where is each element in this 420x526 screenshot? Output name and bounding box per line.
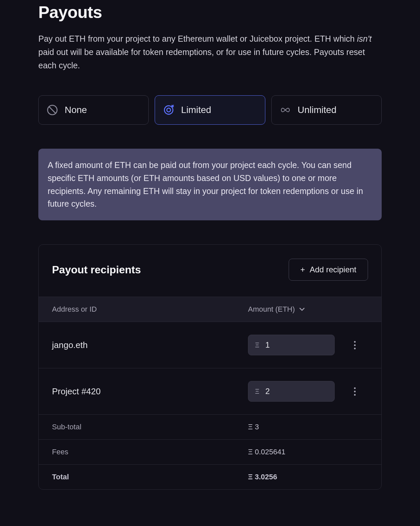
add-recipient-button[interactable]: + Add recipient bbox=[289, 259, 368, 281]
option-none-label: None bbox=[65, 105, 87, 115]
col-address-label: Address or ID bbox=[52, 305, 248, 314]
fees-label: Fees bbox=[52, 448, 248, 456]
add-recipient-label: Add recipient bbox=[310, 265, 356, 274]
recipient-name: Project #420 bbox=[52, 386, 248, 397]
svg-point-3 bbox=[167, 108, 171, 112]
recipient-name: jango.eth bbox=[52, 340, 248, 350]
infinity-icon bbox=[280, 104, 291, 116]
page-title: Payouts bbox=[38, 0, 382, 22]
info-box: A fixed amount of ETH can be paid out fr… bbox=[38, 149, 382, 220]
option-unlimited-label: Unlimited bbox=[298, 105, 337, 115]
page-description: Pay out ETH from your project to any Eth… bbox=[38, 32, 382, 72]
option-limited-label: Limited bbox=[181, 105, 211, 115]
option-unlimited[interactable]: Unlimited bbox=[271, 95, 382, 125]
target-icon bbox=[163, 104, 174, 116]
eth-symbol-icon: Ξ bbox=[255, 388, 259, 395]
option-limited[interactable]: Limited bbox=[155, 95, 265, 125]
desc-em: isn't bbox=[357, 34, 372, 43]
amount-input-wrapper[interactable]: Ξ bbox=[248, 335, 335, 355]
col-amount-dropdown[interactable]: Amount (ETH) bbox=[248, 305, 341, 314]
fees-row: Fees Ξ 0.025641 bbox=[39, 440, 381, 465]
none-icon bbox=[47, 104, 58, 116]
total-value: Ξ 3.0256 bbox=[248, 473, 368, 481]
total-row: Total Ξ 3.0256 bbox=[39, 465, 381, 489]
recipient-row: jango.eth Ξ bbox=[39, 322, 381, 368]
svg-line-1 bbox=[49, 107, 56, 113]
total-label: Total bbox=[52, 473, 248, 481]
recipients-heading: Payout recipients bbox=[52, 264, 141, 276]
row-menu-button[interactable] bbox=[354, 341, 356, 349]
row-menu-button[interactable] bbox=[354, 387, 356, 396]
desc-post: paid out will be available for token red… bbox=[38, 47, 365, 70]
payout-limit-options: None Limited Unlimited bbox=[38, 95, 382, 125]
plus-icon: + bbox=[300, 266, 305, 274]
chevron-down-icon bbox=[299, 307, 305, 311]
subtotal-label: Sub-total bbox=[52, 423, 248, 431]
subtotal-row: Sub-total Ξ 3 bbox=[39, 415, 381, 440]
col-amount-label: Amount (ETH) bbox=[248, 305, 295, 314]
amount-input-wrapper[interactable]: Ξ bbox=[248, 381, 335, 402]
amount-field[interactable] bbox=[265, 387, 328, 396]
option-none[interactable]: None bbox=[38, 95, 149, 125]
fees-value: Ξ 0.025641 bbox=[248, 448, 368, 456]
amount-field[interactable] bbox=[265, 340, 328, 350]
desc-pre: Pay out ETH from your project to any Eth… bbox=[38, 34, 357, 43]
subtotal-value: Ξ 3 bbox=[248, 423, 368, 431]
recipients-table-header: Address or ID Amount (ETH) bbox=[39, 297, 381, 322]
recipient-row: Project #420 Ξ bbox=[39, 368, 381, 415]
recipients-card: Payout recipients + Add recipient Addres… bbox=[38, 244, 382, 490]
eth-symbol-icon: Ξ bbox=[255, 341, 259, 349]
